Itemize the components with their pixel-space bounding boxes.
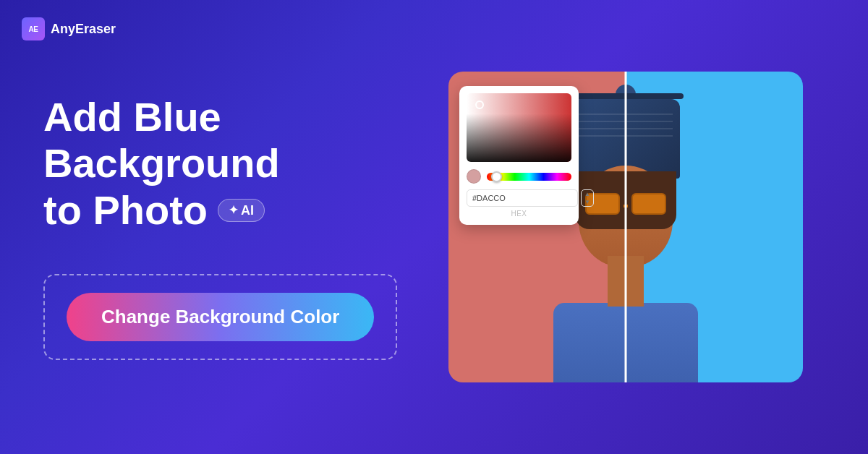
title-line1: Add Blue Background (43, 94, 448, 187)
spinner-up[interactable]: ▲ (584, 190, 590, 198)
change-background-button[interactable]: Change Background Color (67, 293, 374, 341)
cta-container: Change Background Color (43, 274, 397, 360)
hero-left-content: Add Blue Background to Photo ✦ AI Change… (43, 94, 448, 360)
title-line2: to Photo ✦ AI (43, 187, 448, 234)
hex-label: HEX (467, 210, 571, 218)
glass-right (631, 193, 666, 215)
ai-badge: ✦ AI (218, 199, 265, 223)
title-line2-text: to Photo (43, 187, 208, 234)
hue-slider[interactable] (487, 173, 571, 181)
spinner-down[interactable]: ▼ (584, 198, 590, 206)
photo-divider (625, 72, 627, 382)
sparkle-icon: ✦ (229, 204, 238, 217)
color-picker-card: ▲ ▼ HEX (459, 86, 579, 225)
color-gradient-box[interactable] (467, 93, 571, 162)
ai-badge-label: AI (241, 203, 254, 218)
spinner-buttons[interactable]: ▲ ▼ (581, 189, 594, 207)
hue-row (467, 169, 571, 184)
color-swatch (467, 169, 481, 184)
logo: AE AnyEraser (22, 17, 116, 40)
hex-row: ▲ ▼ (467, 189, 571, 207)
main-title: Add Blue Background to Photo ✦ AI (43, 94, 448, 234)
gradient-cursor (475, 100, 484, 109)
page-background: AE AnyEraser Add Blue Background to Phot… (0, 0, 868, 454)
hex-input[interactable] (467, 189, 578, 207)
logo-text: AnyEraser (51, 22, 116, 37)
logo-icon: AE (22, 17, 45, 40)
photo-panel: ▲ ▼ HEX (448, 72, 803, 382)
hue-thumb (491, 171, 502, 182)
